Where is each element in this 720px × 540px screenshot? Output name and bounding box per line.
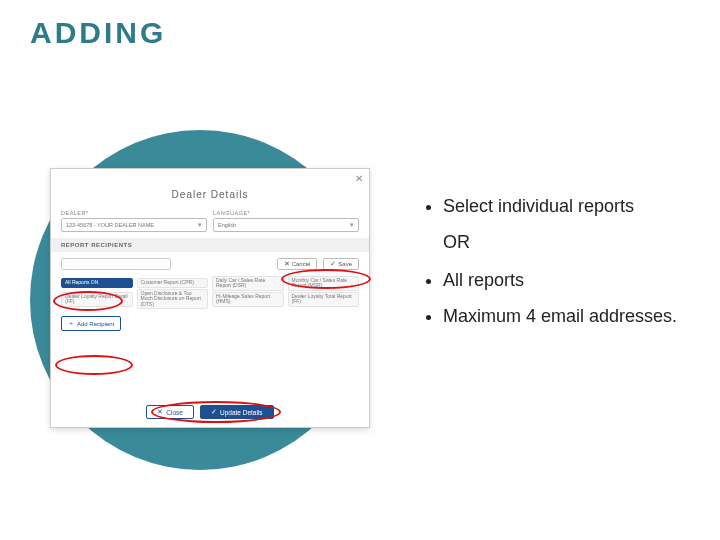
dealer-details-modal: ✕ Dealer Details DEALER* LANGUAGE* 123-4… — [50, 168, 370, 428]
bullet-item: All reports — [443, 269, 685, 292]
x-icon: ✕ — [157, 408, 163, 416]
chevron-down-icon: ▾ — [198, 221, 202, 229]
report-option[interactable]: Customer Report (CPR) — [137, 278, 209, 288]
check-icon: ✓ — [211, 408, 217, 416]
close-icon[interactable]: ✕ — [355, 173, 363, 184]
update-details-button[interactable]: ✓Update Details — [200, 405, 274, 419]
dealer-label: DEALER* — [61, 210, 207, 216]
language-select[interactable]: English ▾ — [213, 218, 359, 232]
report-option[interactable]: Open Disclosure & Too Much Disclosure on… — [137, 289, 209, 310]
modal-heading: Dealer Details — [51, 189, 369, 200]
report-option[interactable]: Monthly Car / Sales Rate Report (MSR) — [288, 276, 360, 291]
add-recipient-label: Add Recipient — [77, 321, 114, 327]
or-text: OR — [443, 232, 685, 253]
reports-grid: All Reports ON Customer Report (CPR) Dai… — [51, 274, 369, 310]
save-label: Save — [338, 261, 352, 267]
language-label: LANGUAGE* — [213, 210, 359, 216]
highlight-ellipse — [55, 355, 133, 375]
recipients-band: REPORT RECIPIENTS — [51, 238, 369, 252]
recipient-email-field[interactable] — [61, 258, 171, 270]
all-reports-toggle[interactable]: All Reports ON — [61, 278, 133, 288]
bullet-list: Select individual reports OR All reports… — [425, 195, 685, 342]
bullet-item: Select individual reports — [443, 195, 685, 218]
report-option[interactable]: Dealer Loyalty Total Report (FF) — [288, 292, 360, 307]
chevron-down-icon: ▾ — [350, 221, 354, 229]
add-recipient-button[interactable]: ＋ Add Recipient — [61, 316, 121, 331]
bullet-item: Maximum 4 email addresses. — [443, 305, 685, 328]
close-label: Close — [166, 409, 183, 416]
check-icon: ✓ — [330, 260, 336, 268]
close-button[interactable]: ✕Close — [146, 405, 194, 419]
update-label: Update Details — [220, 409, 263, 416]
report-option[interactable]: Dealer Loyalty Report Detail (FF) — [61, 292, 133, 307]
report-option[interactable]: Daily Car / Sales Rate Report (DSR) — [212, 276, 284, 291]
report-option[interactable]: Hi-Mileage Sales Report (HMS) — [212, 292, 284, 307]
cancel-button[interactable]: ✕Cancel — [277, 258, 318, 270]
slide-title: ADDING — [30, 16, 166, 50]
plus-icon: ＋ — [68, 319, 74, 328]
dealer-select[interactable]: 123-45678 - YOUR DEALER NAME ▾ — [61, 218, 207, 232]
cancel-label: Cancel — [292, 261, 311, 267]
x-icon: ✕ — [284, 260, 290, 268]
language-value: English — [218, 222, 236, 228]
save-button[interactable]: ✓Save — [323, 258, 359, 270]
dealer-value: 123-45678 - YOUR DEALER NAME — [66, 222, 154, 228]
